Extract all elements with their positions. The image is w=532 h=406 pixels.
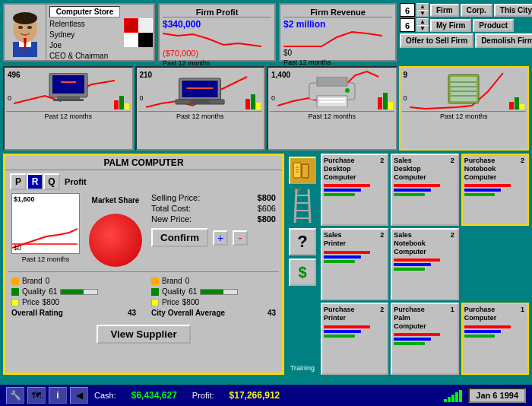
card-purchase-desktop[interactable]: 2 PurchaseDesktopComputer bbox=[321, 154, 388, 226]
quality-label-right: Quality bbox=[162, 287, 185, 296]
status-icon-2[interactable]: 🗺 bbox=[27, 387, 46, 404]
tab-p[interactable]: P bbox=[10, 173, 27, 190]
status-icon-4[interactable]: ◀ bbox=[70, 387, 88, 404]
profit-status-label: Profit: bbox=[192, 391, 214, 400]
main-content: PALM COMPUTER P R Q Profit $1,600 $0 Pas… bbox=[0, 152, 532, 376]
left-stats: Brand 0 Quality 61 Price $800 bbox=[11, 277, 136, 317]
bar-blue-7 bbox=[394, 338, 431, 341]
card-title-5: SalesNotebookComputer bbox=[394, 231, 455, 255]
tab-corp[interactable]: Corp. bbox=[461, 4, 492, 17]
total-cost-label: Total Cost: bbox=[151, 204, 191, 213]
brand-label-left: Brand bbox=[22, 277, 43, 285]
sig-4 bbox=[455, 392, 458, 402]
quality-bar-right bbox=[200, 289, 238, 295]
card-purchase-computer[interactable]: 1 PurchaseComputer bbox=[461, 303, 529, 375]
sig-3 bbox=[451, 395, 454, 402]
spin-buttons-1[interactable]: ▲ ▼ bbox=[416, 3, 429, 17]
tab-this-city[interactable]: This City bbox=[494, 4, 532, 17]
question-icon[interactable]: ? bbox=[289, 228, 316, 255]
spin-buttons-2[interactable]: ▲ ▼ bbox=[416, 18, 429, 32]
view-supplier-btn[interactable]: View Supplier bbox=[97, 325, 190, 344]
status-icon-1[interactable]: 🔧 bbox=[6, 387, 24, 404]
employee3: Joe bbox=[49, 40, 120, 51]
dollar-icon[interactable]: $ bbox=[289, 259, 316, 286]
card-purchase-printer[interactable]: 2 PurchasePrinter bbox=[321, 303, 388, 375]
confirm-button[interactable]: Confirm bbox=[151, 228, 208, 247]
bar-red-1 bbox=[324, 184, 370, 187]
product-book[interactable]: 9 0 Past 12 months bbox=[399, 66, 530, 151]
card-sales-notebook[interactable]: 2 SalesNotebookComputer bbox=[391, 228, 458, 300]
new-price-label: New Price: bbox=[151, 214, 192, 224]
svg-rect-10 bbox=[124, 33, 138, 47]
brand-row-right: Brand 0 bbox=[151, 277, 276, 285]
selling-price-label: Selling Price: bbox=[151, 193, 200, 202]
cash-value: $6,434,627 bbox=[131, 390, 177, 401]
minus-button[interactable]: - bbox=[233, 230, 248, 246]
laptop-footer: Past 12 months bbox=[138, 111, 263, 120]
svg-rect-13 bbox=[139, 19, 152, 32]
svg-rect-11 bbox=[138, 33, 153, 47]
card-title-4: SalesPrinter bbox=[324, 231, 385, 248]
tab-product[interactable]: Product bbox=[473, 19, 514, 32]
spin-up-1[interactable]: ▲ bbox=[416, 3, 429, 10]
books-icon[interactable] bbox=[289, 157, 316, 184]
products-row: 496 0 Past 12 months 210 0 bbox=[0, 65, 532, 152]
pricing-area: Selling Price: $800 Total Cost: $606 New… bbox=[151, 193, 276, 267]
card-sales-desktop[interactable]: 2 SalesDesktopComputer bbox=[391, 154, 458, 226]
card-title-6: PurchasePrinter bbox=[324, 306, 385, 322]
avatar bbox=[7, 8, 43, 57]
spin-down-2[interactable]: ▼ bbox=[416, 25, 429, 32]
card-num-8: 1 bbox=[521, 306, 524, 313]
product-laptop[interactable]: 210 0 Past 12 months bbox=[135, 66, 266, 151]
card-sales-printer[interactable]: 2 SalesPrinter bbox=[321, 228, 388, 300]
revenue-zero: $0 bbox=[283, 49, 392, 57]
signal-bars bbox=[444, 389, 462, 402]
svg-point-5 bbox=[18, 26, 23, 29]
svg-rect-17 bbox=[53, 99, 84, 101]
quality-dot-right bbox=[151, 288, 159, 296]
card-bars-2 bbox=[394, 184, 455, 196]
avatar-area bbox=[5, 5, 46, 60]
spin-down-1[interactable]: ▼ bbox=[416, 10, 429, 17]
tab-firm[interactable]: Firm bbox=[430, 4, 459, 17]
plus-button[interactable]: + bbox=[213, 230, 228, 246]
bar-blue-3 bbox=[464, 189, 502, 192]
ladder-icon[interactable]: ☞ bbox=[289, 187, 316, 225]
profit-status-value: $17,266,912 bbox=[230, 390, 280, 401]
revenue-chart bbox=[283, 30, 382, 49]
product-printer[interactable]: 1,400 0 Past 12 months bbox=[267, 66, 397, 151]
tab-q[interactable]: Q bbox=[43, 173, 60, 190]
company-details: Relentless Sydney Joe CEO & Chairman bbox=[49, 19, 120, 62]
laptop-icon bbox=[176, 77, 225, 107]
bar-blue-8 bbox=[464, 330, 502, 333]
status-icons: 🔧 🗺 i ◀ bbox=[6, 387, 88, 404]
svg-rect-15 bbox=[52, 75, 84, 94]
city-avg-label: City Overall Average bbox=[151, 309, 225, 317]
company-logo bbox=[124, 18, 153, 47]
brand-dot-left bbox=[11, 278, 19, 285]
tab-buttons-row2: My Firm Product bbox=[430, 19, 514, 32]
divider bbox=[8, 271, 279, 272]
card-purchase-palm[interactable]: 1 PurchasePalmComputer bbox=[391, 303, 458, 375]
spin-up-2[interactable]: ▲ bbox=[416, 18, 429, 25]
status-icon-3[interactable]: i bbox=[49, 387, 67, 404]
card-purchase-notebook[interactable]: 2 PurchaseNotebookComputer bbox=[461, 154, 529, 226]
desktop-footer: Past 12 months bbox=[6, 111, 131, 120]
tab-buttons-row1: Firm Corp. This City bbox=[430, 4, 532, 17]
demolish-btn[interactable]: Demolish Firm bbox=[475, 33, 532, 48]
brand-value-left: 0 bbox=[46, 277, 50, 285]
quality-row-left: Quality 61 bbox=[11, 287, 136, 296]
tab-r[interactable]: R bbox=[27, 173, 43, 190]
tab-my-firm[interactable]: My Firm bbox=[430, 19, 471, 32]
card-bars-6 bbox=[324, 325, 385, 338]
market-share-area: $1,600 $0 Past 12 months Market Share Se… bbox=[5, 190, 282, 270]
stats-area: Brand 0 Quality 61 Price $800 bbox=[5, 274, 282, 320]
overall-value: 43 bbox=[128, 309, 136, 317]
product-desktop[interactable]: 496 0 Past 12 months bbox=[3, 66, 134, 151]
bar-green-8 bbox=[464, 335, 496, 338]
offer-sell-btn[interactable]: Offer to Sell Firm bbox=[400, 33, 473, 48]
profit-loss: ($70,000) bbox=[163, 49, 271, 58]
svg-rect-31 bbox=[451, 77, 477, 101]
printer-side-bars bbox=[378, 93, 393, 109]
card-num-1: 2 bbox=[380, 157, 384, 164]
